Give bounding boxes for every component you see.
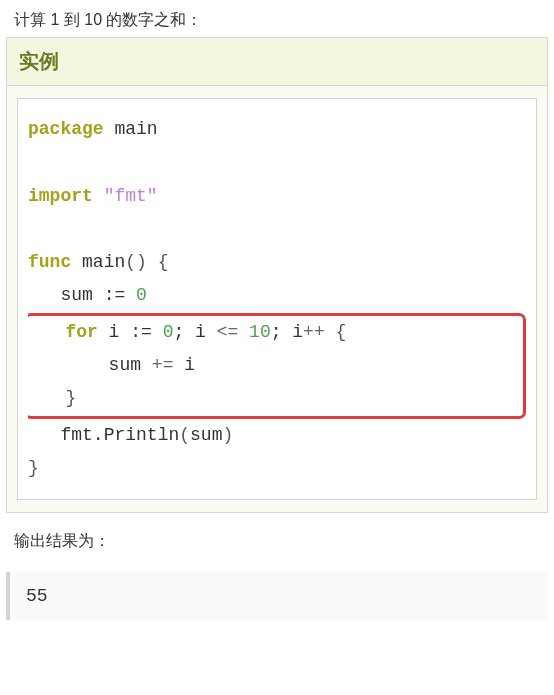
i-decl: i xyxy=(98,322,130,342)
lte-op: <= xyxy=(217,322,239,342)
close-brace: } xyxy=(28,458,39,478)
println: Println xyxy=(104,425,180,445)
sp xyxy=(125,285,136,305)
close-brace-2: } xyxy=(33,388,76,408)
dot: . xyxy=(93,425,104,445)
highlight-box: for i := 0; i <= 10; i++ { sum += i } xyxy=(28,313,526,419)
example-title: 实例 xyxy=(7,38,547,86)
semi-i: ; i xyxy=(173,322,216,342)
i-var: i xyxy=(173,355,195,375)
import-string: "fmt" xyxy=(104,186,158,206)
num-zero-2: 0 xyxy=(163,322,174,342)
kw-func: func xyxy=(28,252,71,272)
parens: () xyxy=(125,252,147,272)
output-label: 输出结果为： xyxy=(0,513,554,558)
semi-i2: ; i xyxy=(271,322,303,342)
code-block: package main import "fmt" func main() { … xyxy=(17,98,537,500)
example-box: 实例 package main import "fmt" func main()… xyxy=(6,37,548,513)
inc-op: ++ xyxy=(303,322,325,342)
output-block: 55 xyxy=(6,572,548,620)
open-paren-2: ( xyxy=(179,425,190,445)
kw-for: for xyxy=(65,322,97,342)
sum-indent: sum xyxy=(28,285,104,305)
decl-op-2: := xyxy=(130,322,152,342)
kw-package: package xyxy=(28,119,104,139)
num-zero: 0 xyxy=(136,285,147,305)
func-name: main xyxy=(82,252,125,272)
fmt-line: fmt xyxy=(28,425,93,445)
intro-text: 计算 1 到 10 的数字之和： xyxy=(0,0,554,37)
pkg-name: main xyxy=(114,119,157,139)
pluseq-op: += xyxy=(152,355,174,375)
kw-import: import xyxy=(28,186,93,206)
decl-op: := xyxy=(104,285,126,305)
open-brace-2: { xyxy=(325,322,347,342)
open-brace: { xyxy=(158,252,169,272)
num-ten: 10 xyxy=(249,322,271,342)
sp2 xyxy=(152,322,163,342)
sum-line: sum xyxy=(33,355,152,375)
sum-arg: sum xyxy=(190,425,222,445)
close-paren-2: ) xyxy=(222,425,233,445)
code-pre: package main import "fmt" func main() { … xyxy=(28,113,526,485)
